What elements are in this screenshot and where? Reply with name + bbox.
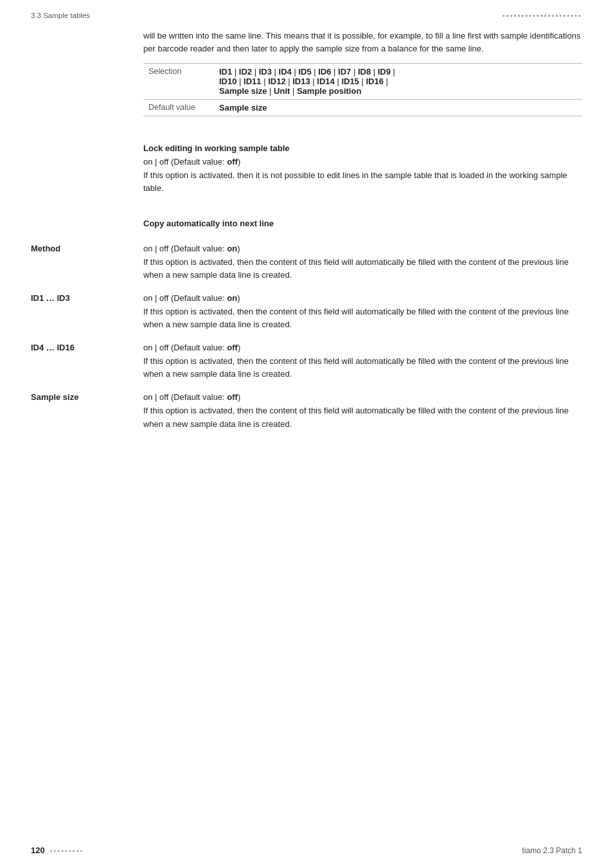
lock-editing-heading: Lock editing in working sample table: [143, 143, 582, 153]
lock-editing-on-off: on | off (Default value: off): [143, 157, 582, 167]
content-area: will be written into the same line. This…: [0, 23, 613, 468]
id4-id16-label: ID4 … ID16: [31, 343, 143, 381]
default-text-prefix: (Default value:: [171, 157, 227, 167]
header-dots: ▪▪▪▪▪▪▪▪▪▪▪▪▪▪▪▪▪▪▪▪▪: [502, 12, 582, 19]
page-header: 3.3 Sample tables ▪▪▪▪▪▪▪▪▪▪▪▪▪▪▪▪▪▪▪▪▪: [0, 0, 613, 23]
on-off-text: on | off: [143, 293, 168, 303]
page-footer: 120 ▪▪▪▪▪▪▪▪▪ tiamo 2.3 Patch 1: [0, 845, 613, 855]
method-section: Method on | off (Default value: on) If t…: [31, 244, 582, 282]
table-row: Selection ID1 | ID2 | ID3 | ID4 | ID5 | …: [143, 64, 582, 100]
default-text-prefix: (Default value:: [171, 293, 227, 303]
sample-size-description: If this option is activated, then the co…: [143, 404, 582, 430]
copy-automatically-heading: Copy automatically into next line: [143, 219, 582, 228]
default-close: ): [238, 343, 240, 352]
table-cell-label: Selection: [143, 64, 214, 100]
table-cell-value: ID1 | ID2 | ID3 | ID4 | ID5 | ID6 | ID7 …: [214, 64, 582, 100]
on-off-text: on | off: [143, 244, 168, 253]
page-number: 120: [31, 845, 45, 855]
sample-size-label: Sample size: [31, 392, 143, 430]
method-on-off: on | off (Default value: on): [143, 244, 582, 253]
intro-paragraph: will be written into the same line. This…: [143, 30, 582, 55]
footer-app-name: tiamo 2.3 Patch 1: [522, 846, 582, 855]
default-value: on: [227, 293, 237, 303]
table-row: Default value Sample size: [143, 100, 582, 116]
default-text-prefix: (Default value:: [171, 343, 227, 352]
on-off-text: on | off: [143, 392, 168, 402]
lock-editing-content: Lock editing in working sample table on …: [143, 132, 582, 195]
default-value: on: [227, 244, 237, 253]
default-value: off: [227, 157, 238, 167]
selection-table: Selection ID1 | ID2 | ID3 | ID4 | ID5 | …: [143, 63, 582, 116]
id1-id3-label: ID1 … ID3: [31, 293, 143, 331]
sample-size-section: Sample size on | off (Default value: off…: [31, 392, 582, 430]
table-cell-value: Sample size: [214, 100, 582, 116]
id4-id16-description: If this option is activated, then the co…: [143, 355, 582, 381]
copy-auto-label-space: [31, 207, 143, 232]
lock-editing-description: If this option is activated, then it is …: [143, 169, 582, 195]
lock-editing-section: Lock editing in working sample table on …: [31, 132, 582, 195]
sample-size-content: on | off (Default value: off) If this op…: [143, 392, 582, 430]
id4-id16-content: on | off (Default value: off) If this op…: [143, 343, 582, 381]
default-close: ): [238, 157, 240, 167]
id1-id3-on-off: on | off (Default value: on): [143, 293, 582, 303]
method-description: If this option is activated, then the co…: [143, 256, 582, 282]
id1-id3-description: If this option is activated, then the co…: [143, 305, 582, 331]
copy-auto-heading-content: Copy automatically into next line: [143, 207, 582, 232]
method-label: Method: [31, 244, 143, 282]
default-value: off: [227, 343, 238, 352]
copy-automatically-block: Copy automatically into next line: [31, 207, 582, 232]
lock-editing-label: [31, 132, 143, 195]
default-close: ): [237, 244, 240, 253]
sample-size-on-off: on | off (Default value: off): [143, 392, 582, 402]
footer-page-number: 120 ▪▪▪▪▪▪▪▪▪: [31, 845, 84, 855]
footer-dots: ▪▪▪▪▪▪▪▪▪: [50, 847, 84, 854]
default-close: ): [238, 392, 240, 402]
selection-ids: ID1 | ID2 | ID3 | ID4 | ID5 | ID6 | ID7 …: [219, 67, 395, 96]
on-off-text: on | off: [143, 343, 168, 352]
method-content: on | off (Default value: on) If this opt…: [143, 244, 582, 282]
table-cell-label: Default value: [143, 100, 214, 116]
page: 3.3 Sample tables ▪▪▪▪▪▪▪▪▪▪▪▪▪▪▪▪▪▪▪▪▪ …: [0, 0, 613, 868]
default-text-prefix: (Default value:: [171, 244, 227, 253]
id1-id3-content: on | off (Default value: on) If this opt…: [143, 293, 582, 331]
id1-id3-section: ID1 … ID3 on | off (Default value: on) I…: [31, 293, 582, 331]
default-value: off: [227, 392, 238, 402]
default-text-prefix: (Default value:: [171, 392, 227, 402]
header-section-title: 3.3 Sample tables: [31, 12, 90, 19]
default-close: ): [237, 293, 240, 303]
id4-id16-section: ID4 … ID16 on | off (Default value: off)…: [31, 343, 582, 381]
on-off-text: on | off: [143, 157, 168, 167]
id4-id16-on-off: on | off (Default value: off): [143, 343, 582, 352]
